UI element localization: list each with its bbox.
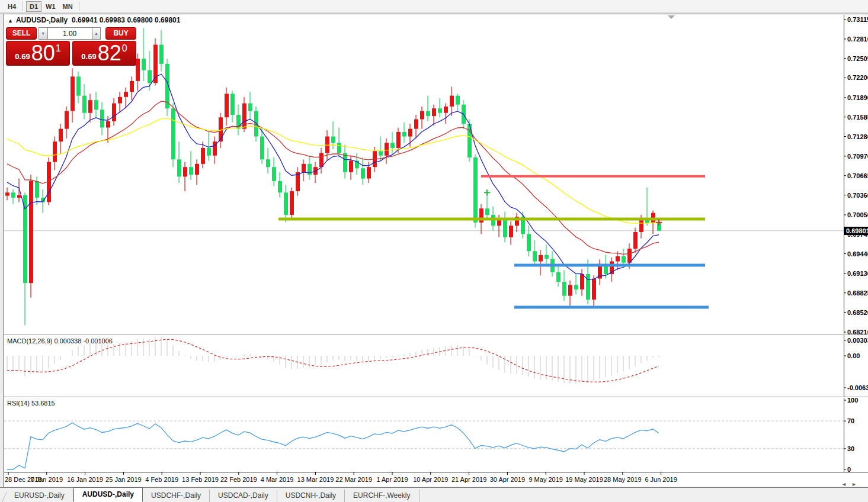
tab-scroll-left-icon[interactable]: ◄ (841, 481, 851, 487)
one-click-trading-panel: SELL ▼ ▲ BUY 0.69 80 1 0.69 82 0 (6, 27, 136, 66)
chart-symbol-label: AUDUSD-,Daily (16, 16, 68, 24)
rsi-pane-title: RSI(14) 53.6815 (7, 400, 55, 407)
buy-price-prefix: 0.69 (81, 52, 96, 61)
chart-tab-eurusd-daily[interactable]: EURUSD-,Daily (6, 490, 73, 502)
price-axis-label: 0.71585 (847, 114, 868, 121)
date-axis-label: 16 Jan 2019 (67, 476, 103, 483)
macd-axis-label: -0.006311 (847, 384, 868, 391)
volume-decrease-button[interactable]: ▼ (39, 27, 48, 40)
sell-price-pip-digit: 1 (56, 43, 61, 54)
macd-pane-title: MACD(12,26,9) 0.000338 -0.001006 (7, 337, 113, 345)
price-axis-label: 0.72810 (847, 36, 868, 43)
rsi-axis-label: 30 (847, 445, 854, 452)
timeframe-button-mn[interactable]: MN (60, 1, 76, 12)
sell-price-big-digits: 80 (31, 43, 55, 63)
price-axis-label: 0.70970 (847, 153, 868, 160)
chart-tab-bar: EURUSD-,DailyAUDUSD-,DailyUSDCHF-,DailyU… (0, 487, 868, 502)
price-axis-label: 0.68825 (847, 289, 868, 297)
date-axis-label: 30 Apr 2019 (490, 476, 525, 483)
macd-axis-label: 0.003035 (847, 337, 868, 344)
trading-terminal: H4 D1 W1 MN ▲AUDUSD-,Daily 0.69941 0.699… (0, 0, 868, 502)
volume-input[interactable] (48, 27, 92, 40)
price-axis-label: 0.69130 (847, 270, 868, 277)
date-axis-label: 28 May 2019 (604, 476, 642, 483)
date-axis-label: 21 Apr 2019 (451, 476, 486, 483)
price-axis-label: 0.72505 (847, 55, 868, 62)
toolbar-separator (79, 2, 79, 11)
date-axis-label: 22 Feb 2019 (220, 476, 257, 483)
date-axis-label: 1 Apr 2019 (376, 476, 408, 483)
date-axis-label: 4 Feb 2019 (145, 476, 178, 483)
chart-title: ▲AUDUSD-,Daily 0.69941 0.69983 0.69800 0… (8, 16, 180, 24)
tab-scroll-arrows: ◄► (841, 481, 861, 487)
chart-ohlc-values: 0.69941 0.69983 0.69800 0.69801 (72, 16, 181, 24)
price-axis-label: 0.70665 (847, 172, 868, 179)
sell-price-prefix: 0.69 (15, 52, 30, 61)
chart-tab-usdchf-daily[interactable]: USDCHF-,Daily (143, 490, 210, 502)
price-axis-label: 0.72200 (847, 74, 868, 81)
current-price-badge: 0.69801 (844, 227, 868, 235)
date-axis-label: 13 Mar 2019 (297, 476, 334, 483)
buy-price-pip-digit: 0 (122, 43, 127, 54)
date-axis-label: 25 Jan 2019 (105, 476, 142, 483)
date-axis-label: 10 Apr 2019 (413, 476, 448, 483)
price-axis-label: 0.68520 (847, 309, 868, 316)
buy-button[interactable]: BUY (105, 27, 136, 40)
chart-tab-eurchf-weekly[interactable]: EURCHF-,Weekly (345, 490, 419, 502)
timeframe-button-w1[interactable]: W1 (43, 1, 59, 12)
sell-price-box[interactable]: 0.69 80 1 (6, 41, 70, 66)
price-axis-label: 0.68210 (847, 329, 868, 336)
buy-price-box[interactable]: 0.69 82 0 (72, 41, 136, 66)
tab-scroll-right-icon[interactable]: ► (851, 481, 861, 487)
date-axis-label: 7 Jan 2019 (31, 476, 63, 483)
collapse-arrow-icon[interactable]: ▲ (8, 18, 13, 24)
sell-button[interactable]: SELL (6, 27, 37, 40)
timeframe-button-d1[interactable]: D1 (26, 1, 41, 12)
price-axis-label: 0.70050 (847, 211, 868, 218)
price-axis-label: 0.71890 (847, 94, 868, 101)
volume-increase-button[interactable]: ▲ (92, 27, 101, 40)
date-axis-label: 4 Mar 2019 (261, 476, 294, 483)
timeframe-button-h4[interactable]: H4 (4, 1, 20, 12)
date-axis-label: 6 Jun 2019 (645, 476, 677, 483)
rsi-axis-label: 70 (847, 417, 854, 424)
chart-canvas[interactable] (0, 0, 868, 502)
chart-tab-usdcnh-daily[interactable]: USDCNH-,Daily (277, 490, 345, 502)
price-axis-label: 0.71280 (847, 133, 868, 140)
timeframe-toolbar: H4 D1 W1 MN (0, 0, 868, 13)
price-axis-label: 0.70360 (847, 192, 868, 199)
date-axis-label: 13 Feb 2019 (182, 476, 219, 483)
macd-axis-label: 0.00 (847, 352, 860, 359)
date-axis-label: 19 May 2019 (565, 476, 603, 483)
price-axis-label: 0.73115 (847, 16, 868, 23)
toolbar-separator (23, 2, 23, 11)
rsi-axis-label: 0 (847, 466, 851, 473)
date-axis-label: 9 May 2019 (529, 476, 562, 483)
price-axis-label: 0.69440 (847, 250, 868, 258)
rsi-axis-label: 100 (847, 397, 858, 404)
buy-price-big-digits: 82 (98, 43, 121, 63)
chart-tab-usdcad-daily[interactable]: USDCAD-,Daily (210, 490, 277, 502)
chart-tab-audusd-daily[interactable]: AUDUSD-,Daily (73, 487, 143, 502)
date-axis-label: 22 Mar 2019 (335, 476, 372, 483)
